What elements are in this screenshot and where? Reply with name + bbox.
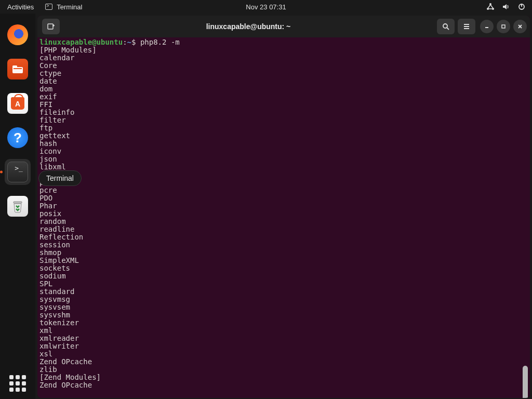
module-line: json [39,155,528,163]
dock-tooltip: Terminal [38,170,82,186]
module-line: PDO [39,194,528,202]
module-line: standard [39,288,528,296]
module-line: sysvshm [39,311,528,319]
module-line: shmop [39,249,528,257]
scrollbar-thumb[interactable] [523,366,528,398]
module-line: Reflection [39,233,528,241]
command: php8.2 -m [140,38,180,46]
software-icon [7,93,28,114]
power-icon[interactable] [517,3,526,11]
window-title: linuxcapable@ubuntu: ~ [61,22,435,31]
prompt-path: ~ [127,38,131,46]
network-icon[interactable] [486,3,495,11]
window-titlebar[interactable]: linuxcapable@ubuntu: ~ [37,16,530,37]
svg-rect-9 [48,24,53,29]
module-line: readline [39,225,528,233]
dock-help[interactable]: ? [5,125,31,151]
module-line: xml [39,327,528,335]
module-line: sysvmsg [39,296,528,303]
module-line: openssl [39,171,528,179]
close-button[interactable] [513,20,527,33]
search-button[interactable] [437,19,455,34]
module-line: xmlwriter [39,342,528,350]
module-line: libxml [39,163,528,171]
window-controls [480,20,527,33]
svg-rect-7 [14,68,22,69]
help-icon: ? [7,127,28,148]
module-line: pcre [39,187,528,194]
menu-button[interactable] [458,19,475,34]
zend-list: Zend OPcache [39,381,528,389]
top-panel-left: Activities Terminal [0,3,82,11]
module-line: iconv [39,148,528,155]
module-line: Core [39,62,528,70]
terminal-icon: >_ [7,162,28,182]
files-icon [7,59,28,79]
module-line: sysvsem [39,303,528,311]
svg-line-13 [447,28,449,30]
dock-terminal[interactable]: >_ [5,159,31,185]
module-line: ctype [39,70,528,77]
trash-icon [7,196,28,217]
module-line: SimpleXML [39,257,528,264]
maximize-button[interactable] [497,20,510,33]
module-line: hash [39,140,528,148]
volume-icon[interactable] [502,3,510,11]
module-line: tokenizer [39,319,528,327]
module-line: Zend OPcache [39,358,528,366]
terminal-window: linuxcapable@ubuntu: ~ linuxcapable@ubun… [37,16,530,398]
clock[interactable]: Nov 23 07:31 [246,3,286,11]
dock-files[interactable] [5,56,31,82]
module-line: xmlreader [39,335,528,342]
module-line: exif [39,93,528,101]
top-panel: Activities Terminal Nov 23 07:31 [0,0,532,14]
module-line: posix [39,210,528,218]
svg-rect-18 [502,25,505,28]
svg-rect-6 [12,65,17,68]
dock-software[interactable] [5,90,31,116]
module-line: random [39,218,528,225]
module-line: gettext [39,132,528,140]
show-apps-button[interactable] [9,375,26,392]
module-line: sodium [39,272,528,280]
module-line: xsl [39,350,528,358]
active-app-indicator[interactable]: Terminal [45,3,82,11]
zend-module-line: Zend OPcache [39,381,528,389]
output-header: [PHP Modules] [39,46,528,54]
module-line: ftp [39,124,528,132]
module-line: calendar [39,54,528,62]
zend-header: [Zend Modules] [39,374,528,381]
module-line: Phar [39,202,528,210]
prompt-user: linuxcapable@ubuntu [39,38,123,46]
dock: ? >_ [0,14,35,399]
module-line: SPL [39,280,528,288]
firefox-icon [7,24,28,45]
svg-point-12 [443,24,447,28]
module-line: fileinfo [39,109,528,116]
module-line: FFI [39,101,528,109]
status-area[interactable] [486,3,532,11]
module-line: filter [39,116,528,124]
active-app-label: Terminal [57,3,82,11]
module-line: pcntl [39,179,528,187]
svg-rect-8 [14,202,22,203]
dock-firefox[interactable] [5,22,31,48]
module-line: date [39,77,528,85]
modules-list: calendarCorectypedatedomexifFFIfileinfof… [39,54,528,374]
minimize-button[interactable] [480,20,494,33]
module-line: zlib [39,366,528,374]
module-line: session [39,241,528,249]
activities-button[interactable]: Activities [7,3,34,11]
scrollbar-track[interactable] [523,38,529,397]
prompt-line: linuxcapable@ubuntu:~$ php8.2 -m [39,38,528,46]
module-line: dom [39,85,528,93]
terminal-icon [45,4,52,10]
new-tab-button[interactable] [42,19,60,34]
module-line: sockets [39,264,528,272]
terminal-body[interactable]: linuxcapable@ubuntu:~$ php8.2 -m [PHP Mo… [37,37,530,398]
dock-trash[interactable] [5,193,31,219]
